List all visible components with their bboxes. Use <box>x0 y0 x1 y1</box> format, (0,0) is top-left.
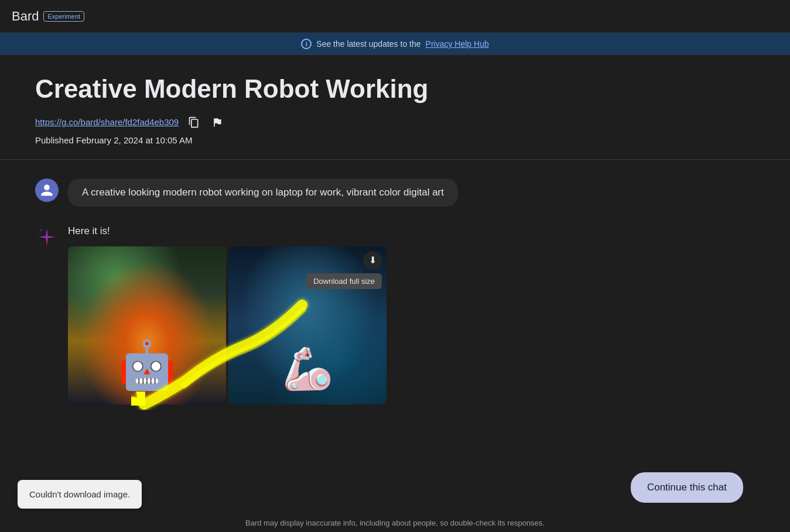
continue-chat-button[interactable]: Continue this chat <box>631 472 743 503</box>
svg-rect-33 <box>245 326 276 341</box>
copy-icon <box>188 116 200 128</box>
svg-rect-35 <box>258 369 363 373</box>
svg-point-27 <box>292 296 303 308</box>
header-section: Creative Modern Robot Working https://g.… <box>0 55 790 160</box>
svg-rect-25 <box>281 308 334 337</box>
svg-rect-38 <box>276 361 338 368</box>
user-message-bubble: A creative looking modern robot working … <box>68 179 458 207</box>
page-title: Creative Modern Robot Working <box>35 74 755 105</box>
info-circle-icon: i <box>301 39 312 49</box>
experiment-badge: Experiment <box>43 11 84 22</box>
svg-rect-19 <box>153 361 167 384</box>
bard-intro-text: Here it is! <box>68 225 609 237</box>
svg-rect-26 <box>284 287 331 322</box>
user-avatar <box>35 179 59 202</box>
app-logo: Bard <box>12 9 39 24</box>
svg-rect-24 <box>275 322 340 375</box>
robot-image-1[interactable] <box>68 246 226 404</box>
error-toast-text: Couldn't download image. <box>29 489 130 499</box>
svg-point-9 <box>152 300 162 310</box>
svg-rect-17 <box>121 355 173 366</box>
svg-rect-4 <box>118 317 176 363</box>
privacy-help-hub-link[interactable]: Privacy Help Hub <box>426 39 489 49</box>
svg-rect-41 <box>293 264 369 266</box>
bard-icon-container <box>35 225 59 249</box>
svg-point-29 <box>312 296 323 308</box>
svg-rect-6 <box>126 293 167 322</box>
bard-content: Here it is! <box>68 225 609 407</box>
user-message-text: A creative looking modern robot working … <box>82 187 444 198</box>
robot-image-1-svg <box>68 246 226 404</box>
svg-rect-40 <box>354 311 360 328</box>
svg-rect-1 <box>68 246 226 404</box>
svg-rect-18 <box>126 361 141 384</box>
download-button[interactable]: ⬇ <box>363 251 382 270</box>
published-date: Published February 2, 2024 at 10:05 AM <box>35 135 755 145</box>
svg-point-28 <box>294 298 301 306</box>
svg-rect-0 <box>68 246 226 404</box>
svg-rect-3 <box>68 334 226 404</box>
bard-response-row: Here it is! <box>35 225 609 407</box>
images-container: ⬇ Download full size <box>68 246 387 404</box>
svg-rect-12 <box>176 319 204 335</box>
svg-rect-34 <box>339 326 370 341</box>
svg-point-14 <box>173 258 197 282</box>
flag-icon <box>211 116 223 128</box>
share-row: https://g.co/bard/share/fd2fad4eb309 <box>35 114 755 131</box>
download-tooltip: Download full size <box>306 273 382 289</box>
svg-point-15 <box>102 270 127 287</box>
share-url-link[interactable]: https://g.co/bard/share/fd2fad4eb309 <box>35 117 179 127</box>
robot-image-2[interactable]: ⬇ Download full size <box>228 246 387 404</box>
topbar: Bard Experiment <box>0 0 790 33</box>
svg-rect-5 <box>124 305 170 334</box>
user-avatar-icon <box>40 183 54 197</box>
svg-point-8 <box>134 302 140 308</box>
chat-area: A creative looking modern robot working … <box>0 160 644 425</box>
footer-text: Bard may display inaccurate info, includ… <box>245 519 545 527</box>
svg-point-13 <box>155 266 192 296</box>
svg-point-7 <box>132 300 142 310</box>
svg-point-2 <box>100 258 194 328</box>
download-icon: ⬇ <box>369 255 377 266</box>
copy-button[interactable] <box>186 114 202 131</box>
download-overlay: ⬇ Download full size <box>363 251 382 272</box>
svg-rect-36 <box>272 358 343 370</box>
flag-button[interactable] <box>209 114 225 131</box>
user-message-row: A creative looking modern robot working … <box>35 179 609 207</box>
info-banner: i See the latest updates to the Privacy … <box>0 33 790 55</box>
svg-point-20 <box>112 384 182 401</box>
svg-point-10 <box>154 302 160 308</box>
error-toast: Couldn't download image. <box>18 480 142 509</box>
svg-point-30 <box>314 298 321 306</box>
bard-star-icon <box>36 226 57 248</box>
svg-rect-16 <box>103 363 191 368</box>
svg-rect-11 <box>91 319 119 335</box>
banner-text: See the latest updates to the <box>316 39 420 49</box>
images-grid: ⬇ Download full size <box>68 246 387 404</box>
svg-rect-37 <box>275 359 340 369</box>
